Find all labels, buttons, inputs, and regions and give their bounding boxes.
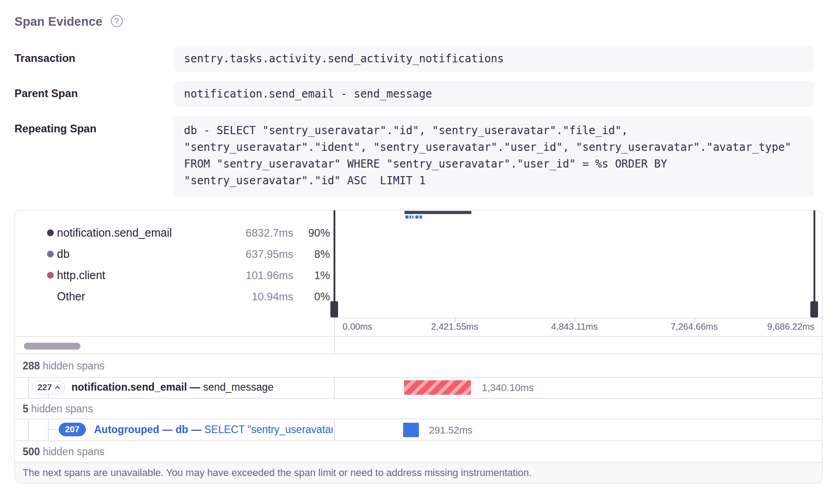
row-border [15,419,822,420]
page-title: Span Evidence [14,15,103,29]
span-description: SELECT "sentry_useravatar"."id", [204,424,333,435]
minimap-db-span-tick [405,215,409,219]
legend-row: http.client 101.96ms 1% [14,268,331,282]
span-duration-label: 291.52ms [429,425,473,436]
minimap-db-span-tick [409,215,411,219]
parent-span-value: notification.send_email - send_message [174,81,813,107]
question-mark-glyph: ? [114,17,119,26]
op-color-dot [47,251,54,257]
hidden-spans-count: 500 [23,446,40,457]
row-border [15,377,822,378]
column-divider [334,378,335,398]
span-evidence-page: Span Evidence ? Transaction sentry.tasks… [0,0,837,504]
viewport-left-line [334,210,335,302]
column-divider [334,419,335,440]
op-color-dot [47,229,54,236]
separator: — [190,381,200,393]
axis-label: 2,421.55ms [409,322,500,332]
hidden-spans-label: hidden spans [42,446,104,457]
span-description: send_message [203,381,273,393]
op-percent: 90% [299,227,330,239]
horizontal-scrollbar-thumb[interactable] [24,343,80,350]
span-limit-warning: The next spans are unavailable. You may … [15,463,822,483]
tree-connector [48,394,49,398]
minimap-db-span-tick [412,215,414,219]
help-icon[interactable]: ? [111,15,123,27]
span-op: db [175,424,188,435]
parent-span-label: Parent Span [14,87,78,100]
legend-row: Other 10.94ms 0% [14,289,331,303]
autogroup-count: 207 [65,425,80,434]
minimap-parent-span-bar [404,211,471,214]
op-percent: 0% [299,290,330,303]
transaction-value: sentry.tasks.activity.send_activity_noti… [174,46,813,72]
separator: — [162,424,173,435]
viewport-right-line [813,210,815,302]
minimap-db-span-tick [415,215,418,219]
axis-label: 9,686.22ms [724,322,814,332]
row-border [15,398,822,399]
viewport-right-handle[interactable] [810,301,818,317]
axis-label: 4,843.11ms [529,322,620,332]
hidden-spans-count: 5 [23,403,28,415]
op-name: http.client [57,269,105,282]
span-duration-label: 1,340.10ms [482,382,534,394]
span-row-title: notification.send_email — send_message [71,381,273,393]
transaction-label: Transaction [14,52,75,65]
hidden-spans-label: hidden spans [31,403,93,415]
hidden-spans-row: 288hidden spans [23,360,104,372]
op-name: db [57,247,70,261]
hidden-spans-row: 500hidden spans [23,446,104,458]
tree-indent-guide [28,419,29,440]
op-name: notification.send_email [57,226,172,239]
hidden-spans-row: 5hidden spans [23,403,93,415]
viewport-left-handle[interactable] [330,301,338,317]
op-percent: 1% [299,269,330,282]
row-border [15,440,822,441]
span-op: notification.send_email [71,381,187,393]
tree-connector [48,429,59,430]
span-duration-bar-striped[interactable] [404,380,471,395]
repeating-span-value: db - SELECT "sentry_useravatar"."id", "s… [174,116,813,197]
op-name: Other [57,290,85,303]
separator: — [191,424,202,435]
legend-row: notification.send_email 6832.7ms 90% [14,225,331,240]
autogroup-row-title[interactable]: Autogrouped — db — SELECT "sentry_userav… [94,424,333,436]
axis-top-border [334,317,822,318]
op-color-dot [47,272,54,279]
op-duration: 637.95ms [186,248,293,261]
op-percent: 8% [299,248,330,261]
hidden-spans-label: hidden spans [42,360,104,372]
span-group-badge[interactable]: 227 [32,381,65,394]
repeating-span-label: Repeating Span [14,122,96,135]
tree-indent-guide [28,378,29,398]
axis-label: 0.00ms [343,322,372,332]
span-group-count: 227 [38,383,52,392]
autogroup-label: Autogrouped [94,424,159,435]
row-border [15,336,822,337]
tree-indent-guide [48,419,49,440]
op-duration: 101.96ms [186,269,293,282]
op-duration: 6832.7ms [186,227,293,239]
chevron-up-icon [55,386,60,391]
autogroup-badge[interactable]: 207 [59,423,86,436]
op-duration: 10.94ms [186,290,293,303]
minimap-db-span-tick [419,215,422,219]
legend-row: db 637.95ms 8% [14,247,331,261]
span-duration-bar[interactable] [403,423,419,437]
row-border [15,354,822,355]
hidden-spans-count: 288 [23,360,40,372]
